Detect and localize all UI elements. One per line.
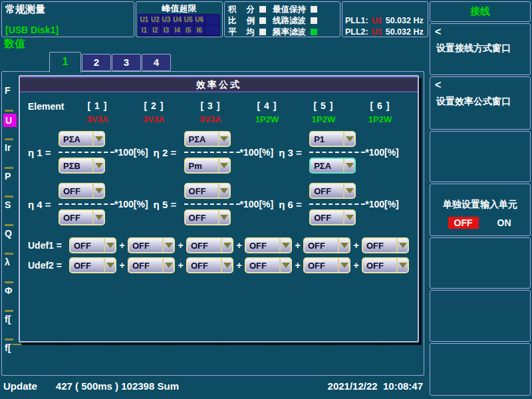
udef2-term-1-dropdown[interactable]: OFF bbox=[69, 257, 116, 273]
udef1-term-1-dropdown[interactable]: OFF bbox=[69, 237, 116, 253]
udef1-term-3-dropdown[interactable]: OFF bbox=[186, 237, 233, 253]
eta4-label: η 4 = bbox=[28, 199, 59, 210]
toggle-off-selected[interactable]: OFF bbox=[448, 217, 479, 229]
ratio-label: 比 例 bbox=[228, 15, 255, 27]
eta3-denominator-dropdown[interactable]: PΣA bbox=[309, 158, 356, 174]
pll1-source: U1 bbox=[372, 16, 382, 25]
element-2: [ 2 ] 3V3A bbox=[126, 100, 182, 124]
chevron-down-icon bbox=[92, 132, 104, 146]
softkey-empty-2 bbox=[430, 237, 531, 289]
item-label: Ir bbox=[3, 142, 19, 153]
udef1-row: Udef1 = OFF + OFF + OFF + OFF + OFF + OF… bbox=[28, 237, 418, 253]
udef2-term-3-dropdown[interactable]: OFF bbox=[186, 257, 233, 273]
fraction-line bbox=[59, 152, 114, 153]
udef1-label: Udef1 = bbox=[28, 240, 66, 251]
formula-suffix: *100[%] bbox=[365, 147, 399, 158]
softkey-efficiency-formula-window[interactable]: < 设置效率公式窗口 bbox=[430, 76, 531, 130]
eta6-denominator-dropdown[interactable]: OFF bbox=[309, 209, 356, 225]
eta-row-2: η 4 = OFF *100[%] OFF bbox=[28, 183, 418, 225]
dropdown-value: Pm bbox=[186, 159, 218, 172]
item-label: S bbox=[3, 200, 19, 210]
item-label: λ bbox=[3, 257, 19, 267]
dropdown-value: OFF bbox=[129, 239, 162, 252]
independent-unit-toggle: OFF ON bbox=[430, 217, 530, 229]
integration-label: 积 分 bbox=[228, 4, 255, 15]
dropdown-value: OFF bbox=[188, 239, 221, 252]
udef2-term-4-dropdown[interactable]: OFF bbox=[245, 257, 292, 273]
peak-cell-u6: U6 bbox=[194, 15, 205, 25]
item-label: Φ bbox=[3, 285, 19, 296]
chevron-down-icon bbox=[92, 159, 104, 172]
update-label: Update bbox=[3, 380, 37, 392]
softkey-independent-input-unit: 单独设置输入单元 OFF ON bbox=[430, 184, 531, 236]
line-filter-checkbox-icon bbox=[311, 17, 317, 24]
table-baseline bbox=[12, 344, 419, 345]
udef2-term-6-dropdown[interactable]: OFF bbox=[362, 257, 409, 273]
softkey-empty-4 bbox=[430, 343, 531, 396]
item-divider bbox=[5, 253, 13, 255]
element-wiring: 3V3A bbox=[126, 114, 182, 124]
tab-4[interactable]: 4 bbox=[142, 54, 171, 71]
element-4: [ 4 ] 1P2W bbox=[239, 100, 295, 124]
eta2-denominator-dropdown[interactable]: Pm bbox=[184, 158, 231, 174]
integration-indicator: 积 分 bbox=[228, 4, 266, 15]
dropdown-value: OFF bbox=[305, 259, 338, 272]
chevron-down-icon bbox=[396, 239, 408, 252]
chevron-down-icon bbox=[162, 259, 174, 272]
peak-cell-empty bbox=[205, 25, 219, 35]
freq-filter-checkbox-icon bbox=[311, 29, 317, 35]
element-wiring: 1P2W bbox=[295, 114, 352, 124]
peak-cell-u3: U3 bbox=[161, 15, 172, 25]
peak-cell-i3: I3 bbox=[161, 25, 172, 35]
item-label: Q bbox=[3, 228, 19, 239]
eta-formula-1: η 1 = PΣA *100[%] PΣB bbox=[28, 131, 148, 174]
chevron-down-icon bbox=[218, 211, 229, 224]
udef1-term-6-dropdown[interactable]: OFF bbox=[362, 237, 409, 253]
chevron-down-icon bbox=[338, 259, 349, 272]
peak-cell-u2: U2 bbox=[150, 15, 161, 25]
eta6-numerator-dropdown[interactable]: OFF bbox=[309, 183, 356, 199]
plus-operator: + bbox=[178, 240, 184, 251]
chevron-down-icon bbox=[343, 159, 354, 172]
chevron-down-icon bbox=[221, 239, 232, 252]
udef1-term-5-dropdown[interactable]: OFF bbox=[303, 237, 350, 253]
softkey-wiring-settings-window[interactable]: < 设置接线方式窗口 bbox=[430, 23, 531, 75]
measurement-mode-box: 常规测量 [USB Disk1] bbox=[1, 1, 134, 37]
element-wiring: 1P2W bbox=[352, 114, 408, 124]
udef2-term-5-dropdown[interactable]: OFF bbox=[303, 257, 350, 273]
eta1-denominator-dropdown[interactable]: PΣB bbox=[59, 158, 105, 174]
eta1-numerator-dropdown[interactable]: PΣA bbox=[59, 131, 105, 147]
plus-operator: + bbox=[353, 240, 359, 251]
chevron-down-icon bbox=[343, 184, 354, 198]
page-title: 数值 bbox=[4, 37, 25, 51]
fraction-line bbox=[309, 152, 365, 153]
peak-cell-u4: U4 bbox=[172, 15, 183, 25]
dropdown-value: OFF bbox=[129, 259, 162, 272]
pll1-label: PLL1: bbox=[345, 16, 368, 25]
tab-1[interactable]: 1 bbox=[49, 52, 81, 72]
eta5-denominator-dropdown[interactable]: OFF bbox=[184, 209, 231, 225]
peak-cell-i1: I1 bbox=[139, 25, 150, 35]
element-number: [ 1 ] bbox=[69, 100, 126, 111]
udef1-term-2-dropdown[interactable]: OFF bbox=[128, 237, 175, 253]
softkey-empty-3 bbox=[430, 290, 531, 342]
tab-2[interactable]: 2 bbox=[82, 54, 111, 71]
max-hold-checkbox-icon bbox=[311, 6, 317, 13]
item-divider bbox=[5, 338, 13, 340]
status-toggles-box: 积 分 比 例 平 均 最值保持 线路滤波 频率滤波 bbox=[224, 1, 340, 37]
toggle-on[interactable]: ON bbox=[496, 217, 513, 229]
eta5-numerator-dropdown[interactable]: OFF bbox=[184, 183, 231, 199]
plus-operator: + bbox=[119, 260, 125, 271]
eta3-numerator-dropdown[interactable]: P1 bbox=[309, 131, 356, 147]
eta4-numerator-dropdown[interactable]: OFF bbox=[59, 183, 105, 199]
eta4-denominator-dropdown[interactable]: OFF bbox=[59, 209, 105, 225]
udef2-term-2-dropdown[interactable]: OFF bbox=[128, 257, 175, 273]
eta-formula-4: η 4 = OFF *100[%] OFF bbox=[28, 183, 148, 225]
chevron-down-icon bbox=[104, 239, 115, 252]
udef1-term-4-dropdown[interactable]: OFF bbox=[245, 237, 292, 253]
fraction-line bbox=[309, 203, 365, 205]
eta2-numerator-dropdown[interactable]: PΣA bbox=[184, 131, 231, 147]
eta-row-1: η 1 = PΣA *100[%] PΣB bbox=[28, 131, 418, 174]
tab-3[interactable]: 3 bbox=[112, 54, 141, 71]
formula-suffix: *100[%] bbox=[114, 147, 148, 158]
